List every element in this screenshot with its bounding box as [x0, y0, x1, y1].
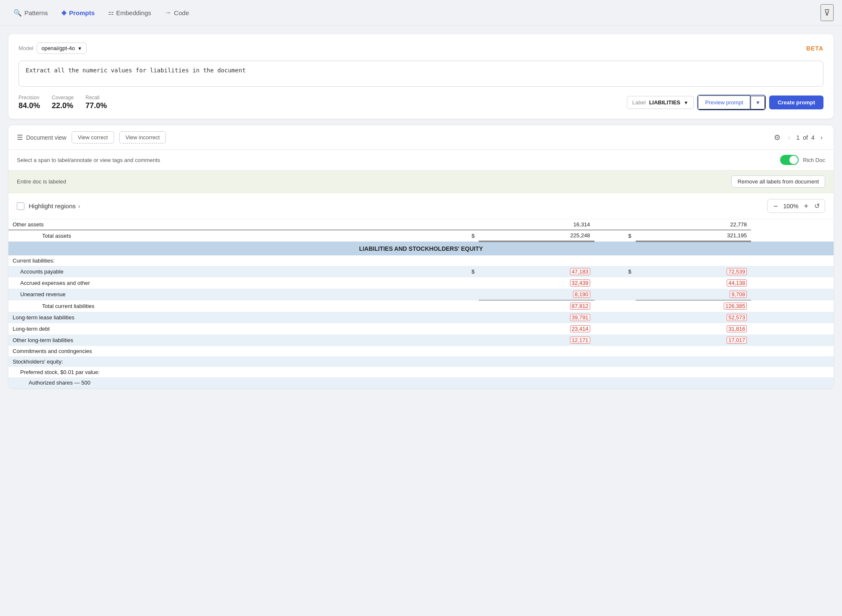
labeled-value: 44,138 [727, 279, 747, 287]
labeled-value: 23,414 [570, 325, 590, 332]
highlight-regions-checkbox[interactable] [17, 202, 24, 210]
recall-value: 77.0% [85, 101, 107, 110]
coverage-metric: Coverage 22.0% [52, 95, 74, 110]
label-select[interactable]: Label LIABILITIES ▼ [627, 96, 694, 109]
preview-prompt-button[interactable]: Preview prompt [698, 95, 750, 110]
row-label: Accounts payable [8, 266, 437, 277]
table-row: Total current liabilities 87,812 126,385 [8, 300, 834, 312]
hamburger-icon: ☰ [17, 133, 23, 141]
nav-item-patterns[interactable]: 🔍 Patterns [8, 6, 53, 19]
row-value-1: 39,791 [479, 312, 594, 323]
row-v2 [636, 356, 751, 367]
row-v2 [636, 255, 751, 266]
row-label: Commitments and contingencies [8, 346, 437, 356]
view-correct-button[interactable]: View correct [72, 131, 114, 143]
metrics-group: Precision 84.0% Coverage 22.0% Recall 77… [19, 95, 107, 110]
toolbar-right: ⚙ ‹ 1 of 4 › [774, 133, 825, 142]
row-currency-1 [437, 277, 479, 289]
remove-labels-button[interactable]: Remove all labels from document [731, 175, 825, 188]
row-currency-2 [594, 312, 636, 323]
row-value-2: 321,195 [636, 230, 751, 242]
model-select[interactable]: openai/gpt-4o ▼ [37, 42, 86, 54]
rich-doc-label: Rich Doc [803, 157, 825, 163]
nav-item-embeddings[interactable]: ⚏ Embeddings [103, 6, 156, 19]
total-pages: 4 [811, 134, 815, 141]
row-extra [751, 377, 834, 388]
preview-prompt-button-group[interactable]: Preview prompt ▼ [697, 95, 766, 110]
row-value-1: 8,190 [479, 289, 594, 300]
nav-label-prompts: Prompts [69, 9, 95, 16]
table-row: Long-term debt 23,414 31,816 [8, 323, 834, 335]
filter-button[interactable]: ⊽ [821, 4, 834, 21]
section-header-row: LIABILITIES AND STOCKHOLDERS' EQUITY [8, 242, 834, 256]
row-c1 [437, 377, 479, 388]
row-value-2: 126,385 [636, 300, 751, 312]
highlight-bar: Highlight regions › − 100% + ↺ [8, 193, 834, 219]
highlight-regions-label: Highlight regions [29, 202, 76, 210]
toggle-knob [789, 156, 798, 164]
next-page-button[interactable]: › [818, 133, 825, 142]
row-label: Stockholders' equity: [8, 356, 437, 367]
zoom-out-button[interactable]: − [771, 202, 781, 211]
nav-item-prompts[interactable]: ◈ Prompts [56, 6, 100, 19]
labeled-value: 87,812 [570, 303, 590, 310]
document-view-text: Document view [26, 134, 67, 141]
row-extra [751, 367, 834, 377]
row-extra [751, 312, 834, 323]
row-currency-2 [594, 277, 636, 289]
row-extra [751, 323, 834, 335]
annotation-instruction-text: Select a span to label/annotate or view … [17, 157, 160, 163]
model-row: Model openai/gpt-4o ▼ BETA [19, 42, 823, 54]
coverage-value: 22.0% [52, 101, 74, 110]
row-c2 [594, 346, 636, 356]
row-currency-2 [594, 219, 636, 230]
nav-label-embeddings: Embeddings [116, 9, 151, 16]
create-prompt-button[interactable]: Create prompt [769, 96, 823, 109]
row-label: Other long-term liabilities [8, 335, 437, 346]
row-value-2: 9,708 [636, 289, 751, 300]
rich-doc-toggle-group: Rich Doc [780, 155, 825, 165]
row-currency-1: $ [437, 266, 479, 277]
table-row: Authorized shares — 500 [8, 377, 834, 388]
prev-page-button[interactable]: ‹ [786, 133, 793, 142]
doc-toolbar: ☰ Document view View correct View incorr… [8, 125, 834, 150]
gear-icon: ⚙ [774, 133, 781, 142]
row-label: Other assets [8, 219, 437, 230]
nav-item-code[interactable]: → Code [160, 6, 194, 19]
zoom-reset-button[interactable]: ↺ [813, 201, 821, 211]
settings-button[interactable]: ⚙ [774, 133, 781, 142]
pagination: ‹ 1 of 4 › [786, 133, 825, 142]
nav-label-patterns: Patterns [24, 9, 48, 16]
coverage-label: Coverage [52, 95, 74, 101]
row-currency-1 [437, 219, 479, 230]
table-row: Other long-term liabilities 12,171 17,01… [8, 335, 834, 346]
table-row: Current liabilities: [8, 255, 834, 266]
current-page: 1 [796, 134, 799, 141]
preview-prompt-dropdown-button[interactable]: ▼ [750, 96, 765, 110]
row-currency-2 [594, 300, 636, 312]
view-incorrect-button[interactable]: View incorrect [119, 131, 166, 143]
code-icon: → [165, 9, 171, 16]
table-row: Long-term lease liabilities 39,791 52,57… [8, 312, 834, 323]
row-currency-1 [437, 323, 479, 335]
section-header-text: LIABILITIES AND STOCKHOLDERS' EQUITY [8, 242, 834, 256]
row-currency-2 [594, 289, 636, 300]
row-currency-1 [437, 300, 479, 312]
labeled-value: 31,816 [727, 325, 747, 332]
prompts-icon: ◈ [61, 9, 67, 16]
zoom-in-button[interactable]: + [801, 202, 811, 211]
financial-table: Other assets 16,314 22,778 Total assets … [8, 219, 834, 388]
labeled-value: 32,439 [570, 279, 590, 287]
labeled-value: 12,171 [570, 337, 590, 344]
row-currency-2: $ [594, 266, 636, 277]
row-currency-2 [594, 335, 636, 346]
zoom-controls: − 100% + ↺ [767, 199, 825, 213]
row-v1 [479, 377, 594, 388]
rich-doc-toggle[interactable] [780, 155, 799, 165]
row-value-2: 22,778 [636, 219, 751, 230]
prompt-input[interactable]: Extract all the numeric values for liabi… [19, 61, 823, 87]
main-content: Model openai/gpt-4o ▼ BETA Extract all t… [0, 26, 842, 396]
row-value-1: 87,812 [479, 300, 594, 312]
highlight-chevron-icon: › [78, 203, 80, 210]
row-label: Long-term debt [8, 323, 437, 335]
